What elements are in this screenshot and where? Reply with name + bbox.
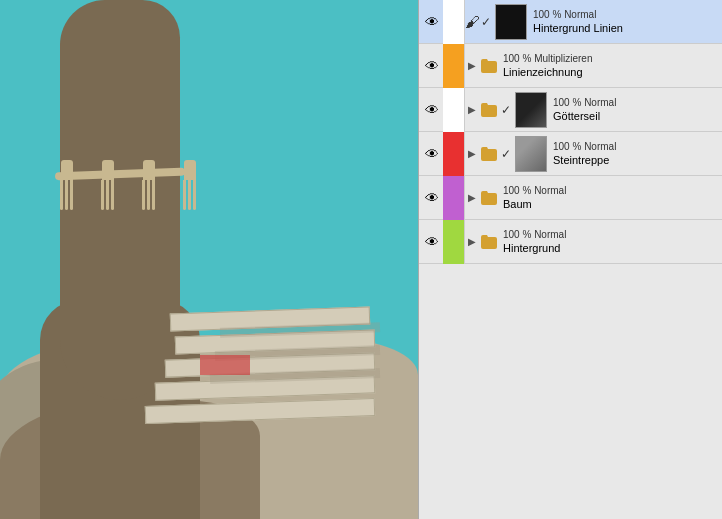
layer-percent-2: 100 % Multiplizieren [503,52,720,65]
layer-info-6: 100 % Normal Hintergrund [499,228,720,255]
expand-icon-3[interactable]: ▶ [465,88,479,132]
eye-icon-5[interactable]: 👁 [421,176,443,220]
color-swatch-6 [443,220,465,264]
layer-row-gotterseil[interactable]: 👁 ▶ ✓ 100 % Normal Götterseil [419,88,722,132]
tassel-3 [142,160,155,210]
folder-icon-4 [479,132,499,176]
folder-icon-5 [479,176,499,220]
thumbnail-4 [515,136,547,172]
color-swatch-4 [443,132,465,176]
checkmark-3: ✓ [499,88,513,132]
folder-icon-2 [479,44,499,88]
stair-marker [200,355,250,375]
eye-icon-1[interactable]: 👁 [421,0,443,44]
layer-percent-5: 100 % Normal [503,184,720,197]
layer-info-4: 100 % Normal Steintreppe [549,140,720,167]
layer-info-5: 100 % Normal Baum [499,184,720,211]
tassel-fringe [60,180,73,210]
tassel-group [60,160,196,210]
checkmark-4: ✓ [499,132,513,176]
folder-icon-3 [479,88,499,132]
canvas-area [0,0,418,519]
layer-info-1: 100 % Normal Hintergrund Linien [529,8,720,35]
expand-icon-4[interactable]: ▶ [465,132,479,176]
layer-name-1: Hintergrund Linien [533,21,720,35]
layer-row-steintreppe[interactable]: 👁 ▶ ✓ 100 % Normal Steintreppe [419,132,722,176]
expand-icon-5[interactable]: ▶ [465,176,479,220]
eye-icon-4[interactable]: 👁 [421,132,443,176]
layer-row-hintergrund-linien[interactable]: 👁 🖌 ✓ 100 % Normal Hintergrund Linien [419,0,722,44]
color-swatch-1 [443,0,465,44]
layer-percent-1: 100 % Normal [533,8,720,21]
brush-icon-1: 🖌 [465,0,479,44]
color-swatch-2 [443,44,465,88]
layer-percent-6: 100 % Normal [503,228,720,241]
layer-name-3: Götterseil [553,109,720,123]
thumbnail-1 [495,4,527,40]
layer-row-baum[interactable]: 👁 ▶ 100 % Normal Baum [419,176,722,220]
checkmark-1: ✓ [479,0,493,44]
expand-icon-6[interactable]: ▶ [465,220,479,264]
layer-name-2: Linienzeichnung [503,65,720,79]
layer-info-3: 100 % Normal Götterseil [549,96,720,123]
color-swatch-5 [443,176,465,220]
folder-icon-6 [479,220,499,264]
layers-panel: 👁 🖌 ✓ 100 % Normal Hintergrund Linien 👁 … [418,0,722,519]
thumbnail-3 [515,92,547,128]
eye-icon-6[interactable]: 👁 [421,220,443,264]
layer-name-4: Steintreppe [553,153,720,167]
layer-name-5: Baum [503,197,720,211]
eye-icon-2[interactable]: 👁 [421,44,443,88]
layer-name-6: Hintergrund [503,241,720,255]
tassel-2 [101,160,114,210]
layer-info-2: 100 % Multiplizieren Linienzeichnung [499,52,720,79]
tassel-4 [183,160,196,210]
layer-percent-3: 100 % Normal [553,96,720,109]
eye-icon-3[interactable]: 👁 [421,88,443,132]
tassel-1 [60,160,73,210]
expand-icon-2[interactable]: ▶ [465,44,479,88]
color-swatch-3 [443,88,465,132]
layer-row-linienzeichnung[interactable]: 👁 ▶ 100 % Multiplizieren Linienzeichnung [419,44,722,88]
tassel-top [61,160,73,180]
layer-percent-4: 100 % Normal [553,140,720,153]
layer-row-hintergrund[interactable]: 👁 ▶ 100 % Normal Hintergrund [419,220,722,264]
